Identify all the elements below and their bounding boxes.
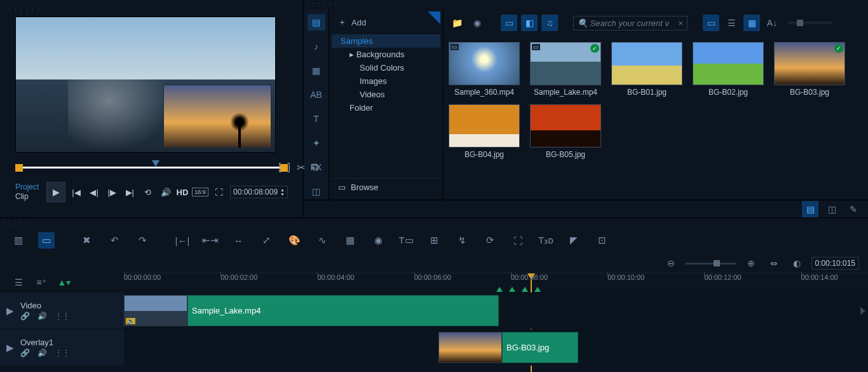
prev-frame-button[interactable]: ◀| [87, 184, 101, 200]
trim-bar[interactable]: [ ] ✂ ⧉ [15, 160, 288, 174]
library-thumb[interactable]: BG-B01.jpg [611, 42, 682, 97]
loop-button[interactable]: ⟲ [140, 184, 154, 200]
timeline-view-icon[interactable]: ▭ [38, 232, 55, 249]
slip-icon[interactable]: ⇤⇥ [202, 232, 219, 249]
mask-icon[interactable]: ◤ [566, 232, 582, 249]
clip-thumbnail[interactable]: 🔊 [124, 295, 187, 326]
audio-sync-icon[interactable]: ∿ [314, 232, 330, 249]
bracket-in-icon[interactable]: [ [278, 162, 281, 174]
edit-icon[interactable]: ✎ [845, 201, 862, 217]
track-menu-icon[interactable]: ☰ [10, 274, 27, 291]
add-media-button[interactable]: ＋ Add [332, 13, 440, 32]
filter-photo-icon[interactable]: ◧ [521, 15, 538, 31]
overlay-clip[interactable]: BG-B03.jpg [502, 332, 578, 363]
mode-project[interactable]: Project [15, 183, 39, 192]
color-icon[interactable]: 🎨 [286, 232, 302, 249]
aspect-ratio[interactable]: 16:9 [192, 188, 208, 196]
library-thumb[interactable]: ✓BG-B03.jpg [774, 42, 845, 97]
layers-icon[interactable]: ◉ [370, 232, 386, 249]
tree-images[interactable]: Images [332, 74, 440, 88]
overlay-clip-thumbnail[interactable] [438, 332, 502, 363]
view-list-icon[interactable]: ☰ [723, 15, 740, 31]
scroll-right-icon[interactable] [860, 307, 865, 315]
fx-toggle-icon[interactable]: ⋮⋮ [55, 348, 70, 357]
capture-icon[interactable]: ◉ [469, 15, 485, 31]
3d-title-icon[interactable]: T₃ᴅ [538, 232, 554, 249]
view-large-icon[interactable]: ▭ [703, 15, 719, 31]
media-tab[interactable]: ▤ [308, 14, 325, 31]
tools-icon[interactable]: ✖ [78, 232, 95, 249]
hd-toggle[interactable]: HD [177, 188, 189, 197]
slide-icon[interactable]: ⤢ [258, 232, 275, 249]
thumb-size-slider[interactable] [788, 22, 832, 24]
clock-icon[interactable]: ◐ [789, 255, 805, 272]
project-duration[interactable]: 0:00:10:015 [811, 257, 859, 270]
video-track-body[interactable]: 🔊 Sample_Lake.mp4 [124, 293, 868, 329]
timecode-display[interactable]: 00:00:08:009 ▲▼ [230, 186, 288, 198]
transitions-tab[interactable]: ▦ [308, 62, 325, 79]
search-input[interactable]: 🔍 Search your current v × [573, 16, 688, 31]
motion-icon[interactable]: ↯ [454, 232, 470, 249]
zoom-slider[interactable] [686, 263, 736, 265]
multicam-icon[interactable]: ⊞ [426, 232, 442, 249]
library-thumb[interactable]: BG-B05.jpg [530, 104, 601, 159]
mute-icon[interactable]: 🔊 [37, 312, 47, 320]
track-add-icon[interactable]: ≡⁺ [33, 274, 50, 291]
redo-icon[interactable]: ↷ [134, 232, 151, 249]
ar-tab[interactable]: ◫ [308, 183, 325, 200]
text-tab[interactable]: T [308, 111, 325, 127]
mark-in-handle[interactable] [15, 164, 23, 172]
play-button[interactable]: ▶ [46, 182, 65, 202]
timeline-ruler[interactable]: 00:00:00:0000:00:02:0000:00:04:0000:00:0… [124, 273, 868, 292]
video-clip[interactable]: Sample_Lake.mp4 [187, 295, 499, 326]
zoom-in-icon[interactable]: ⊕ [743, 255, 759, 272]
tree-samples[interactable]: Samples [332, 34, 440, 48]
panel-layout-icon[interactable]: ▤ [802, 201, 818, 217]
fx-toggle-icon[interactable]: ⋮⋮ [55, 312, 70, 320]
pan-zoom-icon[interactable]: ⊡ [593, 232, 610, 249]
filter-audio-icon[interactable]: ♫ [541, 15, 558, 31]
crop-selection-icon[interactable]: ⛶ [212, 184, 226, 200]
preview-monitor[interactable] [15, 17, 276, 153]
volume-button[interactable]: 🔊 [158, 184, 172, 200]
home-button[interactable]: |◀ [69, 184, 83, 200]
library-thumb[interactable]: BG-B02.jpg [693, 42, 764, 97]
import-icon[interactable]: 📁 [449, 15, 465, 31]
link-icon[interactable]: 🔗 [20, 312, 30, 320]
video-track-icon[interactable]: ▶ [6, 305, 14, 317]
end-button[interactable]: ▶| [123, 184, 137, 200]
panel-grip[interactable]: : : : : : : [0, 218, 868, 227]
sound-tab[interactable]: ♪ [308, 38, 325, 55]
stretch-icon[interactable]: ↔ [230, 232, 247, 249]
crop-icon[interactable]: ⛶ [510, 232, 526, 249]
overlays-tab[interactable]: ✦ [308, 135, 325, 151]
tree-videos[interactable]: Videos [332, 88, 440, 101]
overlay-track-body[interactable]: BG-B03.jpg [124, 329, 868, 366]
filter-video-icon[interactable]: ▭ [501, 15, 517, 31]
enlarge-icon[interactable]: ⧉ [311, 162, 318, 174]
clear-search-icon[interactable]: × [678, 18, 683, 28]
zoom-out-icon[interactable]: ⊖ [663, 255, 679, 272]
fit-icon[interactable]: ⇔ [766, 255, 782, 272]
storyboard-view-icon[interactable]: ▥ [10, 232, 27, 249]
tree-folder[interactable]: Folder [332, 101, 440, 114]
browse-button[interactable]: ▭ Browse [332, 178, 440, 196]
panel-grip[interactable]: : : : : : : [304, 0, 868, 9]
tree-backgrounds[interactable]: ▸ Backgrounds [332, 48, 440, 61]
rotate-icon[interactable]: ⟳ [482, 232, 498, 249]
options-icon[interactable]: ◫ [824, 201, 840, 217]
bracket-out-icon[interactable]: ] [288, 162, 290, 174]
trim-in-icon[interactable]: |←| [174, 232, 191, 249]
library-thumb[interactable]: BG-B04.jpg [449, 104, 520, 159]
overlay-track-icon[interactable]: ▶ [6, 342, 14, 354]
next-frame-button[interactable]: |▶ [105, 184, 119, 200]
view-grid-icon[interactable]: ▦ [743, 15, 760, 31]
library-thumb[interactable]: ▭Sample_360.mp4 [449, 42, 520, 97]
undo-icon[interactable]: ↶ [106, 232, 123, 249]
tree-solid-colors[interactable]: Solid Colors [332, 61, 440, 74]
split-scissors-icon[interactable]: ✂ [297, 162, 305, 174]
marker-menu-icon[interactable]: ▲▾ [56, 274, 72, 291]
library-thumb[interactable]: ▭✓Sample_Lake.mp4 [530, 42, 601, 97]
scrubber-marker[interactable] [152, 160, 159, 167]
mode-clip[interactable]: Clip [15, 192, 39, 202]
